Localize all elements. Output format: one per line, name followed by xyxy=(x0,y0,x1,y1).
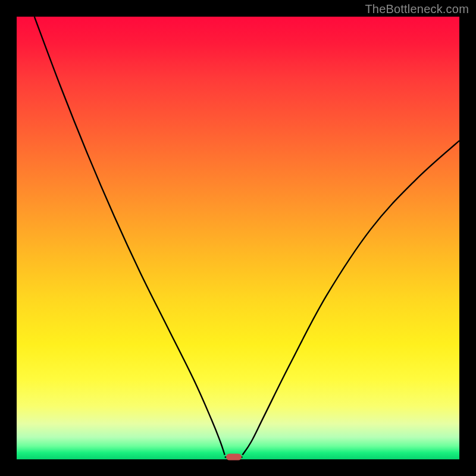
chart-frame: TheBottleneck.com xyxy=(0,0,476,476)
curve-right-branch xyxy=(242,140,459,455)
minimum-marker xyxy=(226,454,242,461)
bottleneck-curve xyxy=(17,17,459,459)
watermark-text: TheBottleneck.com xyxy=(365,2,469,16)
curve-left-branch xyxy=(35,17,225,455)
plot-area xyxy=(17,17,459,459)
